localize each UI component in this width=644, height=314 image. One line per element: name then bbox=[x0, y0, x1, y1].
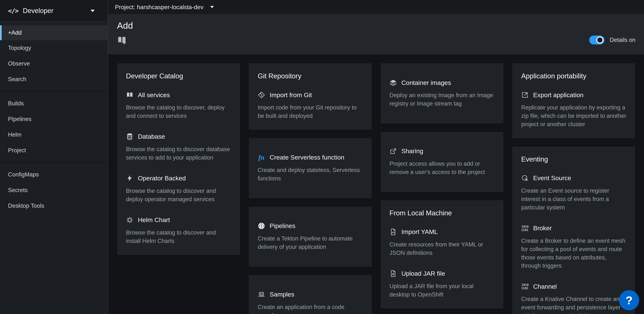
card-from-local-machine: From Local Machine Import YAML Create re bbox=[380, 200, 504, 309]
item-description: Create resources from their YAML or JSON… bbox=[390, 241, 494, 257]
book-plus-icon[interactable] bbox=[117, 35, 127, 45]
function-icon: fn bbox=[258, 154, 265, 161]
item-label: Sharing bbox=[402, 147, 423, 155]
item-description: Import code from your Git repository to … bbox=[258, 103, 363, 120]
item-create-serverless-function[interactable]: fn Create Serverless function Create and… bbox=[258, 154, 363, 183]
helm-icon bbox=[126, 216, 134, 224]
card-column-2: Git Repository Import from Git bbox=[249, 63, 372, 314]
git-icon bbox=[258, 91, 265, 99]
item-label: Helm Chart bbox=[138, 216, 170, 224]
project-selector-label: Project: harshcasper-localsta-dev bbox=[115, 4, 204, 10]
item-description: Deploy an existing Image from an Image r… bbox=[390, 91, 494, 108]
item-description: Create and deploy stateless, Serverless … bbox=[258, 166, 363, 183]
header-actions: Details on bbox=[117, 35, 636, 45]
sidebar-item-add[interactable]: +Add bbox=[0, 25, 108, 40]
item-container-images[interactable]: Container images Deploy an existing Imag… bbox=[390, 79, 494, 108]
question-mark-icon: ? bbox=[626, 294, 633, 307]
item-import-from-git[interactable]: Import from Git Import code from your Gi… bbox=[258, 91, 363, 120]
sidebar-item-configmaps[interactable]: ConfigMaps bbox=[0, 167, 108, 182]
sidebar-item-search[interactable]: Search bbox=[0, 71, 108, 87]
sidebar-nav: +Add Topology Observe Search Builds Pipe… bbox=[0, 22, 108, 214]
sidebar-item-topology[interactable]: Topology bbox=[0, 40, 108, 56]
main-area: Project: harshcasper-localsta-dev Add De… bbox=[108, 0, 644, 314]
share-icon bbox=[390, 147, 397, 155]
bolt-icon bbox=[126, 175, 134, 182]
card-title: Git Repository bbox=[258, 72, 363, 80]
channel-icon: 1010 11011 bbox=[521, 283, 529, 290]
database-icon bbox=[126, 133, 134, 140]
card-serverless-function: fn Create Serverless function Create and… bbox=[249, 138, 372, 198]
sidebar-divider bbox=[0, 162, 108, 163]
details-toggle-group: Details on bbox=[589, 35, 636, 44]
svg-text:1010: 1010 bbox=[522, 225, 529, 228]
item-helm-chart[interactable]: Helm Chart Browse the catalog to discove… bbox=[126, 216, 231, 245]
card-container-images: Container images Deploy an existing Imag… bbox=[380, 63, 504, 124]
code-icon: </> bbox=[8, 7, 18, 14]
svg-text:11011: 11011 bbox=[521, 287, 529, 290]
item-upload-jar-file[interactable]: Upload JAR file Upload a JAR file from y… bbox=[390, 270, 494, 299]
item-import-yaml[interactable]: Import YAML Create resources from their … bbox=[390, 228, 494, 257]
item-label: All services bbox=[138, 91, 170, 99]
card-application-portability: Application portability Export applicati… bbox=[512, 63, 635, 138]
item-label: Operator Backed bbox=[138, 175, 186, 182]
item-description: Create an application from a code sample bbox=[258, 303, 363, 314]
item-pipelines[interactable]: Pipelines Create a Tekton Pipeline to au… bbox=[258, 222, 363, 251]
item-description: Replicate your application by exporting … bbox=[521, 103, 626, 129]
svg-text:11011: 11011 bbox=[521, 228, 529, 232]
item-description: Create an Event source to register inter… bbox=[521, 187, 626, 212]
details-toggle-label: Details on bbox=[610, 37, 636, 43]
item-export-application[interactable]: Export application Replicate your applic… bbox=[521, 91, 626, 129]
event-source-icon bbox=[521, 174, 529, 182]
item-description: Upload a JAR file from your local deskto… bbox=[390, 282, 494, 299]
item-label: Broker bbox=[533, 225, 552, 232]
chevron-down-icon bbox=[210, 6, 214, 8]
item-description: Browse the catalog to discover, deploy a… bbox=[126, 103, 231, 120]
perspective-switcher[interactable]: </> Developer bbox=[0, 0, 108, 22]
sidebar-divider bbox=[0, 91, 108, 92]
laptop-code-icon bbox=[258, 291, 265, 298]
layers-icon bbox=[390, 79, 397, 86]
sidebar-item-project[interactable]: Project bbox=[0, 143, 108, 158]
item-label: Pipelines bbox=[270, 222, 295, 230]
add-page-cards: Developer Catalog All services Browse th… bbox=[108, 54, 644, 314]
item-all-services[interactable]: All services Browse the catalog to disco… bbox=[126, 91, 231, 120]
item-samples[interactable]: Samples Create an application from a cod… bbox=[258, 291, 363, 314]
sidebar-item-helm[interactable]: Helm bbox=[0, 127, 108, 143]
item-event-source[interactable]: Event Source Create an Event source to r… bbox=[521, 174, 626, 212]
file-code-icon bbox=[390, 228, 397, 236]
page-header: Add Details on bbox=[108, 14, 644, 54]
item-label: Import from Git bbox=[270, 91, 312, 99]
card-eventing: Eventing Event Source Create an Event so bbox=[512, 146, 635, 314]
item-broker[interactable]: 1010 11011 Broker Create a Broker to def… bbox=[521, 225, 626, 270]
item-description: Browse the catalog to discover database … bbox=[126, 145, 231, 162]
sidebar-item-desktop-tools[interactable]: Desktop Tools bbox=[0, 198, 108, 214]
card-title: Eventing bbox=[521, 155, 626, 163]
details-toggle-switch[interactable] bbox=[589, 35, 604, 44]
card-developer-catalog: Developer Catalog All services Browse th… bbox=[117, 63, 240, 255]
item-channel[interactable]: 1010 11011 Channel Create a Knative Chan… bbox=[521, 283, 626, 314]
item-description: Create a Broker to define an event mesh … bbox=[521, 237, 626, 270]
item-label: Channel bbox=[533, 283, 557, 290]
card-column-4: Application portability Export applicati… bbox=[512, 63, 635, 314]
item-sharing[interactable]: Sharing Project access allows you to add… bbox=[390, 147, 494, 176]
svg-text:1010: 1010 bbox=[522, 283, 529, 287]
item-operator-backed[interactable]: Operator Backed Browse the catalog to di… bbox=[126, 175, 231, 204]
perspective-label: Developer bbox=[23, 7, 53, 15]
card-title: From Local Machine bbox=[390, 209, 494, 217]
card-git-repository: Git Repository Import from Git bbox=[249, 63, 372, 130]
card-pipelines: Pipelines Create a Tekton Pipeline to au… bbox=[249, 207, 372, 267]
tekton-pipeline-icon bbox=[258, 222, 265, 230]
card-column-1: Developer Catalog All services Browse th… bbox=[117, 63, 240, 255]
project-selector[interactable]: Project: harshcasper-localsta-dev bbox=[115, 4, 214, 10]
sidebar-item-builds[interactable]: Builds bbox=[0, 96, 108, 111]
sidebar-item-secrets[interactable]: Secrets bbox=[0, 182, 108, 198]
item-description: Create a Tekton Pipeline to automate del… bbox=[258, 235, 363, 251]
sidebar: </> Developer +Add Topology Observe Sear… bbox=[0, 0, 108, 314]
help-button[interactable]: ? bbox=[619, 290, 639, 310]
item-database[interactable]: Database Browse the catalog to discover … bbox=[126, 133, 231, 162]
item-label: Create Serverless function bbox=[270, 154, 344, 161]
item-label: Container images bbox=[402, 79, 451, 86]
sidebar-item-observe[interactable]: Observe bbox=[0, 56, 108, 71]
sidebar-item-pipelines[interactable]: Pipelines bbox=[0, 111, 108, 127]
file-upload-icon bbox=[390, 270, 397, 277]
